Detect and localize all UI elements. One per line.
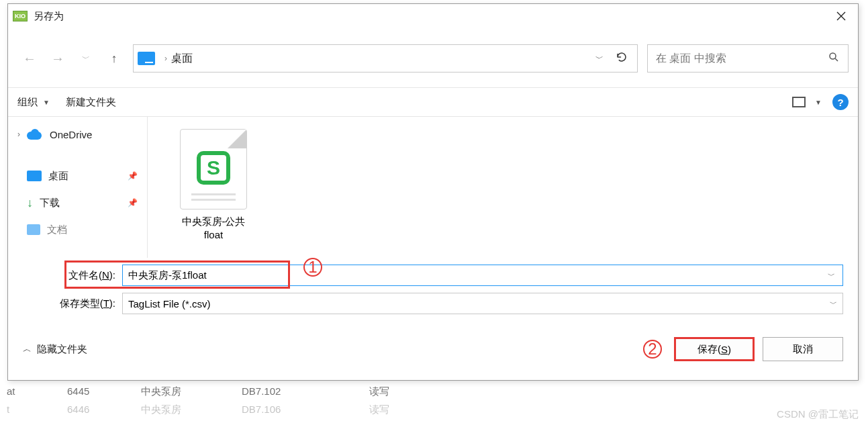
filetype-value: TagList File (*.csv): [128, 298, 211, 310]
forward-button[interactable]: →: [46, 46, 70, 70]
cell: 读写: [369, 385, 409, 398]
up-button[interactable]: ↑: [102, 46, 126, 70]
sidebar-label: OneDrive: [50, 129, 92, 140]
chevron-down-icon: ▼: [43, 99, 50, 106]
expand-icon[interactable]: ›: [17, 130, 27, 139]
document-icon: [27, 224, 40, 235]
view-icon: [792, 97, 806, 107]
search-input[interactable]: 在 桌面 中搜索: [647, 44, 849, 73]
desktop-icon: [138, 52, 155, 65]
back-button[interactable]: ←: [17, 46, 42, 70]
refresh-button[interactable]: [610, 51, 633, 66]
pin-icon: 📌: [128, 171, 138, 181]
new-folder-label: 新建文件夹: [66, 96, 116, 109]
organize-label: 组织: [17, 96, 38, 109]
form-area: 1 文件名(N): ﹀ 保存类型(T): TagList File (*.csv…: [8, 258, 858, 325]
chevron-down-icon: ▼: [815, 99, 822, 106]
save-button[interactable]: 保存(S): [674, 337, 755, 361]
close-icon: [836, 11, 846, 21]
sidebar-item-desktop[interactable]: 桌面 📌: [8, 162, 147, 189]
breadcrumb-sep: ›: [164, 54, 167, 63]
chevron-down-icon[interactable]: ﹀: [828, 271, 835, 281]
filename-input[interactable]: [122, 265, 843, 286]
breadcrumb-location[interactable]: 桌面: [171, 52, 193, 66]
pin-icon: 📌: [128, 198, 138, 207]
sidebar-label: 文档: [47, 224, 67, 236]
chevron-up-icon: ︿: [23, 343, 32, 355]
app-icon: KIO: [12, 9, 28, 23]
onedrive-icon: [27, 129, 43, 140]
hide-folders-button[interactable]: ︿ 隐藏文件夹: [23, 343, 87, 356]
cell: 6445: [67, 385, 107, 398]
sidebar-item-documents[interactable]: 文档: [8, 216, 147, 243]
background-table: at 6445 中央泵房 DB7.102 读写 t 6446 中央泵房 DB7.…: [0, 383, 868, 419]
address-bar[interactable]: › 桌面 ﹀: [133, 44, 638, 73]
cell: 6446: [67, 404, 107, 416]
file-label: 中央泵房-公共 float: [166, 215, 260, 241]
organize-menu[interactable]: 组织 ▼: [17, 96, 50, 109]
search-icon[interactable]: [828, 51, 840, 66]
view-mode-button[interactable]: ▼: [792, 97, 822, 107]
new-folder-button[interactable]: 新建文件夹: [66, 96, 116, 109]
sidebar: › OneDrive 桌面 📌 ↓ 下载 📌 文档: [8, 117, 148, 258]
filetype-label: 保存类型(T):: [55, 297, 122, 310]
chevron-down-icon: ﹀: [830, 299, 837, 309]
toolbar: 组织 ▼ 新建文件夹 ▼ ?: [8, 87, 858, 117]
nav-bar: ← → ﹀ ↑ › 桌面 ﹀ 在 桌面 中搜索: [8, 39, 858, 78]
cell: DB7.102: [242, 385, 336, 398]
table-row: t 6446 中央泵房 DB7.106 读写: [0, 401, 868, 419]
close-button[interactable]: [826, 5, 857, 27]
body-area: › OneDrive 桌面 📌 ↓ 下载 📌 文档: [8, 117, 858, 258]
hide-folders-label: 隐藏文件夹: [37, 343, 87, 356]
save-as-dialog: KIO 另存为 ← → ﹀ ↑ › 桌面 ﹀ 在 桌面 中搜索 组织: [7, 3, 859, 381]
cell: t: [7, 404, 34, 416]
refresh-icon: [616, 51, 628, 63]
titlebar: KIO 另存为: [8, 4, 858, 28]
cancel-label: 取消: [793, 343, 813, 356]
annotation-2: 2: [643, 340, 662, 359]
cell: 读写: [369, 404, 409, 416]
download-icon: ↓: [27, 196, 33, 210]
table-row: at 6445 中央泵房 DB7.102 读写: [0, 383, 868, 401]
cell: 中央泵房: [141, 404, 208, 416]
file-item[interactable]: S 中央泵房-公共 float: [166, 129, 260, 241]
annotation-1: 1: [303, 258, 322, 277]
watermark: CSDN @雷工笔记: [777, 408, 859, 421]
filetype-select[interactable]: TagList File (*.csv) ﹀: [122, 293, 843, 314]
sidebar-label: 下载: [40, 197, 60, 209]
search-placeholder: 在 桌面 中搜索: [656, 52, 726, 66]
cell: 中央泵房: [141, 385, 208, 398]
cell: at: [7, 385, 34, 398]
help-button[interactable]: ?: [832, 94, 849, 110]
address-drop-icon[interactable]: ﹀: [589, 53, 610, 64]
recent-dropdown[interactable]: ﹀: [74, 46, 98, 70]
desktop-icon: [27, 171, 42, 181]
sidebar-item-onedrive[interactable]: › OneDrive: [8, 121, 147, 148]
footer: ︿ 隐藏文件夹 2 保存(S) 取消: [8, 325, 858, 365]
cell: DB7.106: [242, 404, 336, 416]
sidebar-label: 桌面: [48, 170, 68, 183]
filename-label: 文件名(N):: [55, 269, 122, 282]
cancel-button[interactable]: 取消: [763, 337, 843, 361]
svg-point-0: [830, 53, 836, 59]
csv-file-icon: S: [180, 129, 247, 209]
window-title: 另存为: [34, 10, 826, 23]
file-list[interactable]: S 中央泵房-公共 float: [148, 117, 858, 258]
sidebar-item-downloads[interactable]: ↓ 下载 📌: [8, 189, 147, 216]
